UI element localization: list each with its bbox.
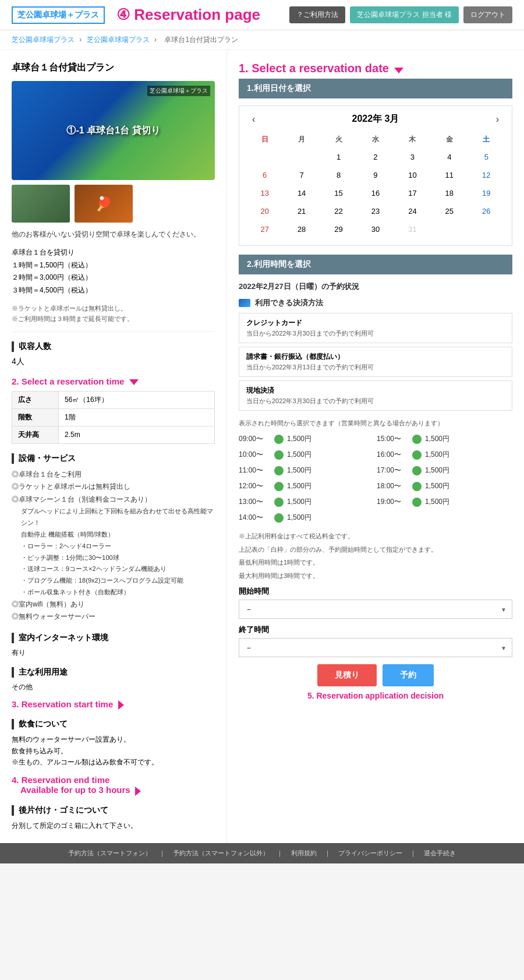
- time-available-icon[interactable]: [274, 435, 284, 444]
- cal-day[interactable]: 17: [394, 184, 431, 202]
- time-label: 09:00〜: [239, 434, 271, 444]
- cal-day[interactable]: 10: [394, 166, 431, 184]
- service-sub: ・ローラー：2ヘッド4ローラー: [21, 541, 215, 552]
- cal-day[interactable]: 26: [468, 202, 505, 220]
- time-label: 19:00〜: [377, 497, 409, 507]
- cal-day[interactable]: 22: [320, 202, 357, 220]
- time-available-icon[interactable]: [274, 450, 284, 460]
- cal-day[interactable]: 12: [468, 166, 505, 184]
- end-time-select[interactable]: － 10:00 11:00 12:00: [239, 638, 512, 657]
- annotation-2: 2. Select a reservation time: [12, 376, 124, 386]
- footer-link-2[interactable]: 予約方法（スマートフォン以外）: [173, 849, 269, 856]
- estimate-button[interactable]: 見積り: [317, 664, 377, 686]
- payment-name-2: 請求書・銀行振込（都度払い）: [246, 352, 505, 362]
- start-time-header: 開始時間: [239, 586, 512, 597]
- time-available-icon[interactable]: [274, 498, 284, 507]
- help-button[interactable]: ？ご利用方法: [289, 6, 345, 23]
- cal-day[interactable]: 16: [357, 184, 394, 202]
- internet-header: 室内インターネット環境: [12, 633, 215, 643]
- annotation-4: 4. Reservation end time: [12, 775, 109, 785]
- section1-title: 1.利用日付を選択: [239, 79, 512, 98]
- weekday-mon: 月: [283, 131, 320, 148]
- spec-row: 天井高 2.5m: [12, 426, 215, 443]
- cal-day[interactable]: 28: [283, 220, 320, 238]
- start-time-select[interactable]: － 09:00 10:00 11:00 12:00 13:00 14:00 15…: [239, 600, 512, 619]
- footer-link-4[interactable]: プライバシーポリシー: [338, 849, 402, 856]
- time-available-icon[interactable]: [412, 435, 422, 444]
- footer-link-3[interactable]: 利用規約: [291, 849, 317, 856]
- time-available-icon[interactable]: [274, 466, 284, 475]
- cal-day[interactable]: 3: [394, 148, 431, 166]
- cal-day[interactable]: 2: [357, 148, 394, 166]
- cleanup-desc: 分別して所定のゴミ箱に入れて下さい。: [12, 820, 215, 831]
- cal-day[interactable]: 27: [246, 220, 283, 238]
- cal-day[interactable]: 21: [283, 202, 320, 220]
- cal-day[interactable]: 20: [246, 202, 283, 220]
- weekday-sun: 日: [246, 131, 283, 148]
- cal-day[interactable]: 18: [431, 184, 468, 202]
- service-sub: ・ピッチ調整：1分間に30〜100球: [21, 552, 215, 564]
- notes: ※ラケットと卓球ボールは無料貸出し。 ※ご利用時間は３時間まで延長可能です。: [12, 304, 215, 324]
- page-title: ④ Reservation page: [116, 6, 278, 24]
- cal-day[interactable]: 9: [357, 166, 394, 184]
- footer-link-5[interactable]: 退会手続き: [424, 849, 456, 856]
- cal-day[interactable]: 4: [431, 148, 468, 166]
- cal-day[interactable]: 5: [468, 148, 505, 166]
- time-label: 17:00〜: [377, 466, 409, 475]
- breadcrumb-link-2[interactable]: 芝公園卓球場プラス: [87, 36, 150, 44]
- cal-day[interactable]: 14: [283, 184, 320, 202]
- cal-day[interactable]: 19: [468, 184, 505, 202]
- cal-day[interactable]: 30: [357, 220, 394, 238]
- payment-item-3: 現地決済 当日から2022年3月30日までの予約で利用可: [239, 380, 512, 411]
- cal-day[interactable]: 7: [283, 166, 320, 184]
- time-available-icon[interactable]: [412, 482, 422, 491]
- time-available-icon[interactable]: [274, 482, 284, 491]
- end-time-header: 終了時間: [239, 625, 512, 635]
- cal-day[interactable]: 29: [320, 220, 357, 238]
- time-available-icon[interactable]: [412, 498, 422, 507]
- cal-day[interactable]: 13: [246, 184, 283, 202]
- time-available-icon[interactable]: [412, 450, 422, 460]
- reserve-button[interactable]: 予約: [383, 664, 434, 686]
- cal-day[interactable]: 8: [320, 166, 357, 184]
- footer-link-1[interactable]: 予約方法（スマートフォン）: [68, 849, 151, 856]
- cleanup-header: 後片付け・ゴミについて: [12, 805, 215, 816]
- cal-day[interactable]: 11: [431, 166, 468, 184]
- main-image: ①-1 卓球台1台 貸切り 芝公園卓球場＋プラス: [12, 81, 215, 180]
- cal-day[interactable]: 24: [394, 202, 431, 220]
- payment-item-1: クレジットカード 当日から2022年3月30日までの予約で利用可: [239, 313, 512, 343]
- next-month-button[interactable]: ›: [496, 114, 499, 125]
- annotation-5: 5. Reservation application decision: [239, 691, 512, 700]
- breadcrumb-link-1[interactable]: 芝公園卓球場プラス: [12, 36, 75, 44]
- cal-day[interactable]: 25: [431, 202, 468, 220]
- payment-desc-3: 当日から2022年3月30日までの予約で利用可: [246, 397, 505, 406]
- venue-button[interactable]: 芝公園卓球場プラス 担当者 様: [350, 6, 459, 23]
- breadcrumb: 芝公園卓球場プラス › 芝公園卓球場プラス › 卓球台1台付貸出プラン: [0, 30, 524, 50]
- spec-row: 広さ 56㎡（16坪）: [12, 391, 215, 408]
- time-slot: 11:00〜 1,500円: [239, 464, 374, 477]
- internet-value: 有り: [12, 648, 215, 658]
- note-2: ※ご利用時間は３時間まで延長可能です。: [12, 314, 215, 325]
- annotation-1: 1. Select a reservation date: [239, 62, 389, 75]
- annotation-4b: Available for up to 3 hours: [12, 785, 130, 795]
- cal-day[interactable]: 23: [357, 202, 394, 220]
- cal-day[interactable]: 15: [320, 184, 357, 202]
- food-note: ※生もの、アルコール類は込み飲食不可です。: [12, 757, 215, 768]
- cal-day[interactable]: 6: [246, 166, 283, 184]
- payment-section: 利用できる決済方法 クレジットカード 当日から2022年3月30日までの予約で利…: [239, 298, 512, 411]
- cal-nav: ‹ 2022年 3月 ›: [246, 113, 505, 125]
- cal-week: 13 14 15 16 17 18 19: [246, 184, 505, 202]
- service-sub: ダブルヘッドにより上回転と下回転を組み合わせて出せる高性能マシン！: [21, 506, 215, 529]
- logout-button[interactable]: ログアウト: [463, 6, 512, 23]
- time-slot: 17:00〜 1,500円: [377, 464, 512, 477]
- time-available-icon[interactable]: [274, 513, 284, 523]
- cal-day[interactable]: 1: [320, 148, 357, 166]
- prev-month-button[interactable]: ‹: [252, 114, 255, 125]
- service-sub: ・送球コース：9コース×2ヘッドランダム機能あり: [21, 563, 215, 575]
- time-available-icon[interactable]: [412, 466, 422, 475]
- payment-desc-2: 当日から2022年3月13日までの予約で利用可: [246, 363, 505, 372]
- weekday-tue: 火: [320, 131, 357, 148]
- page-title-text: Reservation page: [134, 6, 260, 23]
- time-price: 1,500円: [287, 481, 311, 491]
- time-label: 18:00〜: [377, 481, 409, 491]
